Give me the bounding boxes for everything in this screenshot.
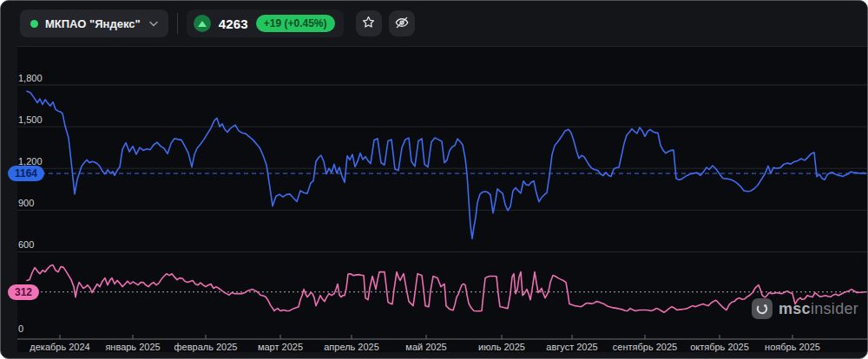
toolbar: МКПАО "Яндекс" 4263 +19 (+0.45%) (1, 1, 867, 46)
chevron-down-icon (149, 21, 158, 27)
star-icon (361, 15, 376, 32)
x-axis-label: апрель 2025 (324, 342, 379, 352)
price-chart[interactable] (1, 1, 868, 359)
x-axis-label: сентябрь 2025 (613, 342, 677, 352)
y-axis-label: 1,800 (18, 73, 43, 83)
y-axis-label: 600 (18, 239, 34, 250)
last-price: 4263 (219, 16, 248, 31)
status-dot-icon (30, 20, 38, 28)
change-badge: +19 (+0.45%) (256, 15, 335, 32)
instrument-dropdown[interactable]: МКПАО "Яндекс" (20, 10, 168, 37)
price-marker-badge: 1164 (8, 166, 44, 181)
price-marker-badge: 312 (8, 284, 39, 300)
line-blue (27, 91, 866, 238)
toolbar-divider (177, 13, 178, 34)
x-axis-label: июль 2025 (478, 342, 525, 352)
y-axis-label: 1,500 (18, 114, 43, 125)
x-axis-label: февраль 2025 (174, 342, 238, 352)
quote-group: 4263 +19 (+0.45%) (187, 10, 344, 37)
x-axis-label: март 2025 (258, 342, 303, 352)
x-axis-label: август 2025 (546, 342, 597, 352)
x-axis-label: октябрь 2025 (690, 342, 749, 352)
x-axis-label: май 2025 (405, 342, 446, 352)
y-axis-label: 0 (18, 323, 23, 334)
x-axis-label: декабрь 2024 (30, 342, 89, 352)
x-axis-label: ноябрь 2025 (765, 342, 820, 352)
eye-off-icon (394, 15, 410, 33)
y-axis-label: 900 (18, 198, 34, 208)
favorite-button[interactable] (356, 10, 382, 36)
trend-up-icon (194, 15, 211, 32)
trading-chart-window: МКПАО "Яндекс" 4263 +19 (+0.45%) (0, 0, 868, 359)
x-axis-label: январь 2025 (105, 342, 160, 352)
instrument-name: МКПАО "Яндекс" (45, 17, 141, 30)
line-pink (27, 265, 865, 313)
hide-chart-button[interactable] (389, 10, 415, 36)
